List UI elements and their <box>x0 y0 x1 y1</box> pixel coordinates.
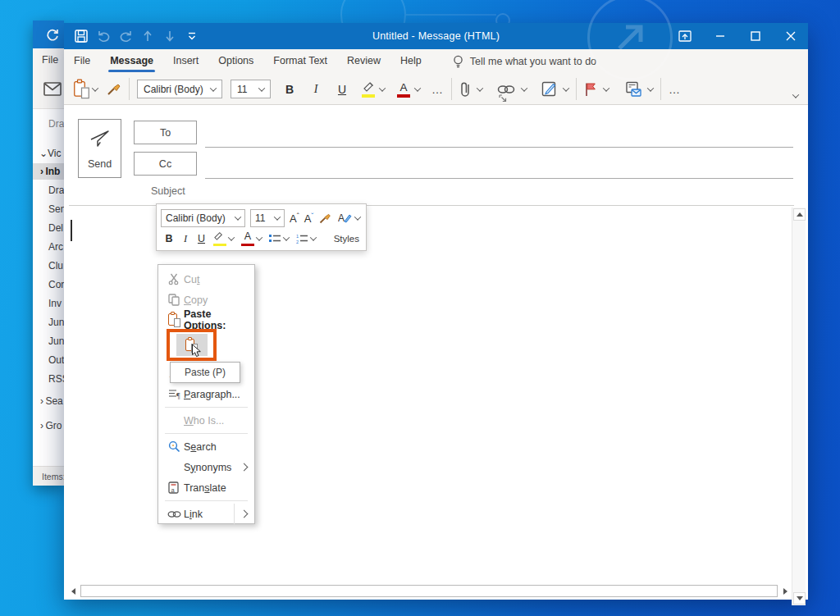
mini-highlight-dropdown-icon[interactable] <box>228 234 235 240</box>
styles-label[interactable]: Styles <box>334 234 363 244</box>
more-font-commands-button[interactable]: … <box>431 83 444 96</box>
dialog-launcher-icon[interactable] <box>499 94 507 103</box>
account-item[interactable]: ⌄Vic <box>33 145 64 162</box>
cc-field-underline[interactable] <box>205 178 793 179</box>
folder-item[interactable]: Jun <box>33 314 64 331</box>
horizontal-scrollbar[interactable] <box>67 584 791 598</box>
paste-button[interactable] <box>75 82 98 97</box>
link-ribbon-icon[interactable] <box>497 84 515 94</box>
grow-font-button[interactable]: Aˆ <box>290 212 299 225</box>
bold-button[interactable]: B <box>282 83 297 96</box>
tell-me-box[interactable]: Tell me what you want to do <box>453 55 596 69</box>
link-dropdown-icon[interactable] <box>521 84 527 91</box>
redo-icon[interactable] <box>118 29 133 43</box>
folder-item[interactable]: Inv <box>33 295 64 312</box>
shrink-font-button[interactable]: Aˇ <box>304 212 314 225</box>
font-color-button[interactable]: A <box>396 81 420 98</box>
format-painter-icon[interactable] <box>106 81 121 97</box>
vertical-scrollbar[interactable] <box>792 208 806 605</box>
paste-dropdown-icon[interactable] <box>92 84 98 91</box>
paste-option-keep-source-button[interactable] <box>176 334 208 356</box>
to-field-underline[interactable] <box>205 147 793 148</box>
font-color-dropdown-icon[interactable] <box>414 84 421 91</box>
customize-qat-icon[interactable] <box>185 29 199 43</box>
scroll-down-button[interactable] <box>793 592 806 605</box>
minimize-button[interactable] <box>702 23 737 49</box>
menu-item-paragraph[interactable]: ¶ Paragraph... <box>158 384 254 404</box>
tab-insert[interactable]: Insert <box>163 49 208 74</box>
font-name-combo[interactable]: Calibri (Body) <box>137 80 222 98</box>
mini-italic-button[interactable]: I <box>181 233 189 245</box>
folder-item[interactable]: RSS <box>33 371 64 387</box>
numbering-dropdown-icon[interactable] <box>310 234 317 240</box>
ribbon-display-options-button[interactable] <box>667 23 702 49</box>
mini-underline-button[interactable]: U <box>197 233 206 244</box>
menu-item-translate[interactable]: a Translate <box>158 477 254 498</box>
attach-file-icon[interactable] <box>459 81 471 98</box>
mini-font-color-button[interactable]: A <box>241 231 262 246</box>
folder-item[interactable]: Del <box>33 220 64 236</box>
attach-dropdown-icon[interactable] <box>477 84 483 91</box>
maximize-button[interactable] <box>737 23 773 49</box>
tab-options[interactable]: Options <box>208 49 263 74</box>
folder-item[interactable]: Clu <box>33 258 64 274</box>
folder-item[interactable]: Out <box>33 352 64 368</box>
background-file-tab[interactable]: File <box>42 54 58 66</box>
close-button[interactable] <box>773 23 808 49</box>
folder-item[interactable]: Arc <box>33 239 64 255</box>
scroll-right-button[interactable] <box>779 585 791 597</box>
next-item-icon[interactable] <box>162 29 177 43</box>
folder-search-folders[interactable]: › Sea <box>33 393 64 409</box>
folder-item[interactable]: Sen <box>33 201 64 217</box>
more-ribbon-commands-button[interactable]: … <box>669 83 681 96</box>
tab-review[interactable]: Review <box>337 49 390 74</box>
mini-font-size-combo[interactable]: 11 <box>250 209 285 227</box>
tab-help[interactable]: Help <box>390 49 431 74</box>
background-ribbon <box>33 71 64 109</box>
send-button[interactable]: Send <box>78 119 121 178</box>
signature-icon[interactable] <box>541 81 557 97</box>
numbering-button[interactable]: 12 <box>296 234 316 244</box>
bullets-dropdown-icon[interactable] <box>283 234 290 240</box>
copy-icon <box>164 294 184 306</box>
tab-format-text[interactable]: Format Text <box>263 49 337 74</box>
menu-item-search[interactable]: Search <box>158 436 254 457</box>
scroll-up-button[interactable] <box>793 208 806 221</box>
policy-dropdown-icon[interactable] <box>647 84 654 91</box>
styles-button[interactable]: A <box>338 212 363 225</box>
signature-dropdown-icon[interactable] <box>563 84 569 91</box>
favorites-item[interactable]: Dra <box>33 116 64 132</box>
tab-file[interactable]: File <box>64 49 100 74</box>
flag-dropdown-icon[interactable] <box>603 84 609 91</box>
horizontal-scroll-thumb[interactable] <box>80 585 778 597</box>
save-icon[interactable] <box>74 29 89 43</box>
link-submenu-button[interactable] <box>234 504 254 524</box>
folder-item[interactable]: Jun <box>33 333 64 349</box>
folder-inbox-selected[interactable]: › Inb <box>33 163 64 180</box>
mini-font-name-combo[interactable]: Calibri (Body) <box>161 209 245 227</box>
to-button[interactable]: To <box>134 121 197 144</box>
folder-item[interactable]: Cor <box>33 276 64 293</box>
mini-highlight-button[interactable] <box>213 231 234 246</box>
tab-message[interactable]: Message <box>100 49 163 74</box>
cc-button[interactable]: Cc <box>134 152 197 176</box>
underline-button[interactable]: U <box>335 83 349 96</box>
highlight-dropdown-icon[interactable] <box>379 84 386 91</box>
previous-item-icon[interactable] <box>140 29 155 43</box>
scroll-left-button[interactable] <box>67 585 79 597</box>
font-size-combo[interactable]: 11 <box>231 80 271 98</box>
highlight-button[interactable] <box>361 81 385 98</box>
folder-groups[interactable]: › Gro <box>33 418 64 434</box>
follow-up-flag-icon[interactable] <box>584 82 597 97</box>
folder-item[interactable]: Dra <box>33 182 64 198</box>
menu-item-synonyms[interactable]: Synonyms <box>158 457 254 477</box>
mini-format-painter-icon[interactable] <box>318 212 331 225</box>
bullets-button[interactable] <box>269 234 289 244</box>
mini-font-color-dropdown-icon[interactable] <box>256 234 262 240</box>
assign-policy-icon[interactable] <box>625 81 641 98</box>
mini-bold-button[interactable]: B <box>164 233 174 244</box>
undo-icon[interactable] <box>96 29 111 43</box>
menu-item-link[interactable]: Link <box>158 504 254 524</box>
italic-button[interactable]: I <box>308 83 323 96</box>
styles-dropdown-icon[interactable] <box>354 213 361 220</box>
